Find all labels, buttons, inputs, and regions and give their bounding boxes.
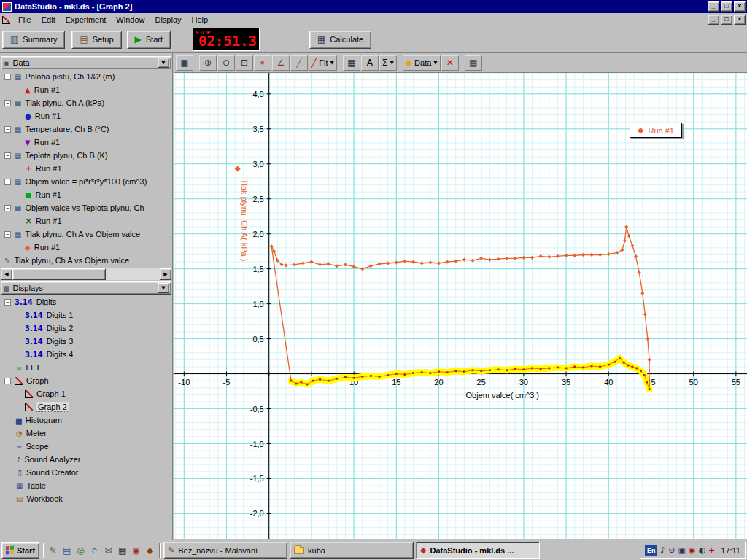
maximize-button[interactable]: □ [721, 1, 732, 12]
menu-file[interactable]: File [13, 14, 36, 26]
data-source-row[interactable]: −▦Objem valce = pi*r*r*y*100 (cm^3) [1, 175, 171, 188]
mdi-child-icon[interactable] [2, 16, 10, 24]
display-item-digits[interactable]: −3.14Digits [1, 295, 171, 308]
data-source-row[interactable]: −▦Poloha pistu, Ch 1&2 (m) [1, 70, 171, 83]
display-item-meter[interactable]: ◔Meter [1, 427, 171, 440]
scroll-right-icon[interactable]: ▶ [160, 268, 171, 280]
data-menu-button[interactable]: ◆Data▼ [403, 55, 441, 71]
display-item-histogram[interactable]: ▆Histogram [1, 413, 171, 427]
data-panel-dropdown-icon[interactable]: ▼ [158, 58, 169, 68]
menu-help[interactable]: Help [187, 14, 214, 26]
update-icon[interactable]: ◐ [698, 545, 705, 555]
mdi-close-button[interactable]: × [734, 15, 746, 25]
run-row[interactable]: ▲Run #1 [1, 83, 171, 96]
display-item-sound-creator[interactable]: ♫Sound Creator [1, 466, 171, 479]
run-row[interactable]: ◆Run #1 [1, 241, 171, 254]
start-menu-button[interactable]: Start [1, 542, 39, 559]
task-datastudio[interactable]: ◆DataStudio - mkl.ds ... [416, 542, 540, 559]
run-row[interactable]: ●Run #1 [1, 109, 171, 122]
datastudio-app-icon[interactable] [2, 2, 12, 12]
delete-button[interactable]: ✕ [441, 55, 459, 71]
scrollbar-track[interactable] [106, 268, 160, 280]
task-paint[interactable]: ✎Bez_názvu - Malování [163, 542, 287, 559]
legend-box[interactable]: ◆ Run #1 [630, 122, 682, 138]
slope-tool-button[interactable]: ∠ [272, 55, 290, 71]
annotate-tool-button[interactable]: ╱ [290, 55, 308, 71]
display-item-digits-3[interactable]: 3.14Digits 3 [1, 335, 171, 348]
quick-launch-7-icon[interactable]: ◉ [129, 543, 143, 558]
start-button[interactable]: ▶ Start [127, 31, 171, 49]
scrollbar-thumb[interactable] [12, 268, 106, 280]
tree-collapse-icon[interactable]: − [4, 100, 11, 106]
scale-to-fit-button[interactable]: ▣ [176, 55, 193, 71]
display-item-sound-analyzer[interactable]: ♪Sound Analyzer [1, 453, 171, 466]
smart-tool-button[interactable]: ⌖ [254, 55, 271, 71]
run-row[interactable]: +Run #1 [1, 162, 171, 175]
display-item-table[interactable]: ▦Table [1, 479, 171, 492]
mdi-restore-button[interactable]: □ [721, 15, 732, 25]
quick-launch-3-icon[interactable]: ◎ [74, 543, 88, 558]
display-item-graph-2[interactable]: Graph 2 [1, 400, 171, 413]
run-row[interactable]: ■Run #1 [1, 188, 171, 201]
task-folder-kuba[interactable]: kuba [290, 542, 414, 559]
data-source-row[interactable]: −▦Tlak plynu, Ch A (kPa) [1, 96, 171, 109]
display-item-digits-2[interactable]: 3.14Digits 2 [1, 322, 171, 335]
quick-launch-1-icon[interactable]: ✎ [46, 543, 60, 558]
run-row[interactable]: ▼Run #1 [1, 136, 171, 149]
displays-panel-header[interactable]: ▦ Displays ▼ [1, 281, 171, 295]
zoom-in-button[interactable]: ⊕ [199, 55, 217, 71]
display-item-digits-1[interactable]: 3.14Digits 1 [1, 308, 171, 322]
data-tree-hscrollbar[interactable]: ◀ ▶ [1, 268, 171, 280]
menu-display[interactable]: Display [150, 14, 186, 26]
data-source-row[interactable]: ✎Tlak plynu, Ch A vs Objem valce [1, 254, 171, 267]
statistics-menu-button[interactable]: Σ▼ [379, 55, 397, 71]
displays-panel-dropdown-icon[interactable]: ▼ [158, 283, 169, 293]
tree-collapse-icon[interactable]: − [4, 74, 11, 80]
quick-launch-2-icon[interactable]: ▤ [60, 543, 74, 558]
calculator-button[interactable]: ▦ [343, 55, 360, 71]
minimize-button[interactable]: _ [708, 1, 719, 12]
tree-collapse-icon[interactable]: − [4, 179, 11, 185]
summary-button[interactable]: ▥ Summary [2, 31, 65, 49]
display-icon[interactable]: ▣ [678, 545, 685, 555]
fit-menu-button[interactable]: ╱Fit▼ [309, 55, 337, 71]
display-item-workbook[interactable]: ▤Workbook [1, 492, 171, 505]
quick-launch-4-icon[interactable]: e [88, 543, 101, 558]
close-button[interactable]: × [734, 1, 746, 12]
data-source-row[interactable]: −▦Temperature, Ch B (°C) [1, 122, 171, 136]
quick-launch-8-icon[interactable]: ◆ [143, 543, 157, 558]
data-source-row[interactable]: −▦Teplota plynu, Ch B (K) [1, 149, 171, 162]
tree-collapse-icon[interactable]: − [4, 378, 11, 384]
zoom-out-button[interactable]: ⊖ [217, 55, 235, 71]
display-item-scope[interactable]: ≈Scope [1, 440, 171, 453]
menu-window[interactable]: Window [111, 14, 150, 26]
graph-plot[interactable]: -10-55101520253035404550554,03,53,02,52,… [174, 73, 747, 539]
display-item-digits-4[interactable]: 3.14Digits 4 [1, 348, 171, 361]
scroll-left-icon[interactable]: ◀ [1, 268, 12, 280]
display-item-fft[interactable]: ≈FFT [1, 361, 171, 374]
display-item-graph[interactable]: −Graph [1, 374, 171, 387]
data-source-row[interactable]: −▦Objem valce vs Teplota plynu, Ch [1, 201, 171, 214]
menu-experiment[interactable]: Experiment [61, 14, 112, 26]
text-tool-button[interactable]: A [361, 55, 379, 71]
quick-launch-5-icon[interactable]: ✉ [101, 543, 115, 558]
data-source-row[interactable]: −▦Tlak plynu, Ch A vs Objem valce [1, 228, 171, 241]
calculate-button[interactable]: ▦ Calculate [309, 31, 371, 49]
run-row[interactable]: ×Run #1 [1, 214, 171, 228]
tree-collapse-icon[interactable]: − [4, 231, 11, 238]
display-item-graph-1[interactable]: Graph 1 [1, 387, 171, 400]
taskbar-clock[interactable]: 17:11 [721, 546, 740, 555]
data-panel-header[interactable]: ▣ Data ▼ [1, 56, 171, 69]
zoom-select-button[interactable]: ⊡ [236, 55, 253, 71]
health-icon[interactable]: + [708, 545, 715, 555]
quick-launch-6-icon[interactable]: ▦ [115, 543, 129, 558]
language-indicator[interactable]: En [645, 545, 657, 556]
tree-collapse-icon[interactable]: − [4, 126, 11, 133]
tree-collapse-icon[interactable]: − [4, 152, 11, 159]
antivirus-icon[interactable]: ◉ [689, 545, 696, 555]
setup-button[interactable]: ▤ Setup [71, 31, 121, 49]
scheduler-icon[interactable]: ⊙ [668, 545, 675, 555]
volume-icon[interactable]: ♪ [660, 545, 665, 555]
tree-collapse-icon[interactable]: − [4, 299, 11, 306]
graph-settings-button[interactable]: ▦ [465, 55, 482, 71]
